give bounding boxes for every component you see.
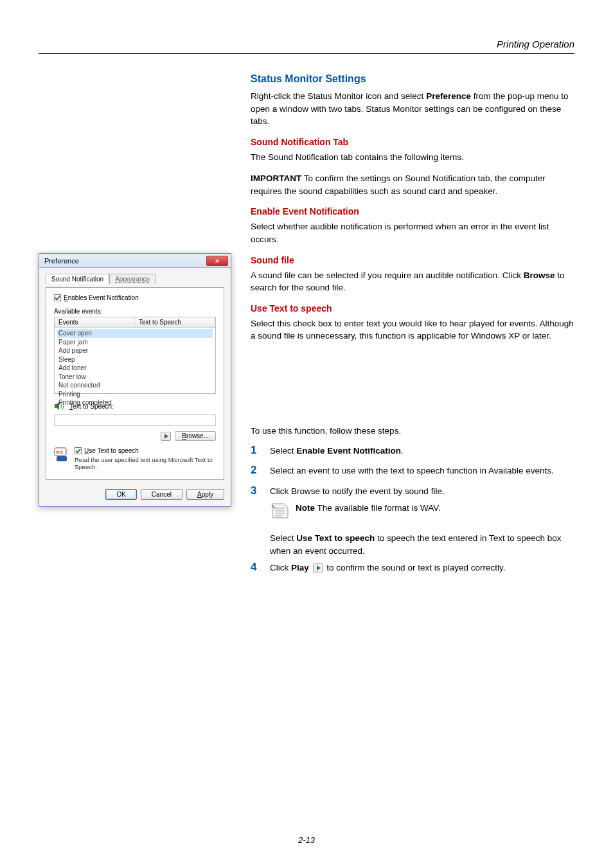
use-tts-paragraph: Select this check box to enter text you … bbox=[251, 317, 574, 342]
list-item[interactable]: Printing bbox=[58, 390, 211, 399]
browse-button[interactable]: Browse... bbox=[175, 431, 216, 441]
list-item[interactable]: Paper jam bbox=[58, 338, 211, 347]
important-paragraph: IMPORTANT To confirm the settings on Sou… bbox=[251, 172, 574, 197]
page-number: 2-13 bbox=[0, 835, 613, 845]
section-title: Printing Operation bbox=[39, 39, 574, 49]
sound-file-paragraph: A sound file can be selected if you requ… bbox=[251, 269, 574, 294]
heading-sound-tab: Sound Notification Tab bbox=[251, 137, 574, 147]
step-number: 4 bbox=[251, 562, 262, 574]
step-2: 2 Select an event to use with the text t… bbox=[251, 465, 574, 477]
intro-paragraph: Right-click the Status Monitor icon and … bbox=[251, 90, 574, 128]
tab-appearance[interactable]: Appearance bbox=[109, 274, 155, 284]
ok-button[interactable]: OK bbox=[105, 489, 136, 500]
dialog-titlebar: Preference × bbox=[39, 254, 231, 268]
enable-event-checkbox[interactable] bbox=[54, 294, 61, 301]
screenshot-column: Preference × Sound Notification Appearan… bbox=[39, 253, 231, 507]
step-3: 3 Click Browse to notify the event by so… bbox=[251, 485, 574, 558]
list-item[interactable]: Sleep bbox=[58, 355, 211, 364]
svg-text:abc: abc bbox=[56, 450, 64, 454]
text-column: Status Monitor Settings Right-click the … bbox=[251, 73, 574, 581]
col-events: Events bbox=[55, 317, 135, 327]
steps-intro: To use this function, follow these steps… bbox=[251, 426, 574, 436]
tts-label: Text to Speech: bbox=[69, 403, 114, 410]
list-item[interactable]: Toner low bbox=[58, 373, 211, 382]
speaker-icon bbox=[54, 402, 66, 411]
apply-button[interactable]: Apply bbox=[186, 489, 224, 500]
step-number: 1 bbox=[251, 445, 262, 457]
step-1: 1 Select Enable Event Notification. bbox=[251, 445, 574, 457]
use-tts-label: Use Text to speech bbox=[84, 447, 139, 454]
sound-tab-paragraph: The Sound Notification tab contains the … bbox=[251, 151, 574, 164]
play-icon bbox=[313, 563, 323, 572]
events-list[interactable]: Events Text to Speech Cover open Paper j… bbox=[54, 317, 216, 394]
step-number: 2 bbox=[251, 465, 262, 477]
page-header: Printing Operation bbox=[39, 39, 574, 54]
svg-rect-2 bbox=[57, 456, 67, 461]
col-tts: Text to Speech bbox=[135, 317, 215, 327]
tab-panel: Enables Event Notification Available eve… bbox=[46, 287, 224, 480]
enable-event-paragraph: Select whether audible notification is p… bbox=[251, 220, 574, 245]
tts-text-input[interactable] bbox=[54, 414, 216, 426]
tab-sound-notification[interactable]: Sound Notification bbox=[46, 274, 109, 284]
note-icon bbox=[270, 502, 290, 520]
use-tts-checkbox[interactable] bbox=[75, 447, 82, 454]
abc-speech-icon: abc bbox=[54, 447, 69, 463]
step-number: 3 bbox=[251, 485, 262, 497]
play-button[interactable] bbox=[161, 432, 171, 441]
heading-use-tts: Use Text to speech bbox=[251, 303, 574, 314]
list-item[interactable]: Not connected bbox=[58, 381, 211, 390]
preference-dialog: Preference × Sound Notification Appearan… bbox=[39, 253, 231, 507]
heading-sound-file: Sound file bbox=[251, 255, 574, 265]
list-item[interactable]: Add paper bbox=[58, 346, 211, 355]
close-button[interactable]: × bbox=[206, 256, 228, 266]
available-events-label: Available events: bbox=[54, 308, 216, 315]
enable-event-label: Enables Event Notification bbox=[64, 294, 139, 301]
heading-status-monitor: Status Monitor Settings bbox=[251, 73, 574, 85]
dialog-title-text: Preference bbox=[44, 257, 79, 265]
read-text-desc: Read the user specified text using Micro… bbox=[75, 456, 216, 470]
heading-enable-event: Enable Event Notification bbox=[251, 206, 574, 217]
list-item[interactable]: Add toner bbox=[58, 364, 211, 373]
list-item[interactable]: Cover open bbox=[57, 329, 213, 338]
cancel-button[interactable]: Cancel bbox=[141, 489, 182, 500]
step-4: 4 Click Play to confirm the sound or tex… bbox=[251, 562, 574, 574]
